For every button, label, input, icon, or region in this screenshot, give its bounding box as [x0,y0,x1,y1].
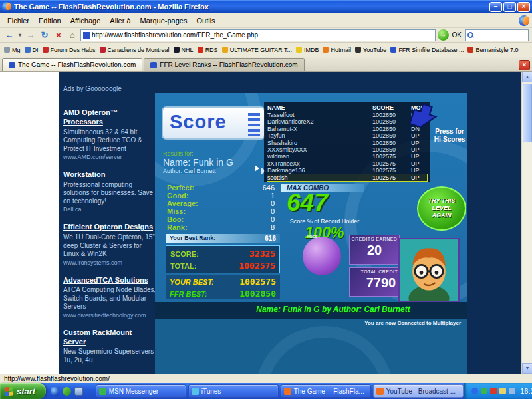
avatar-cartoon [400,239,458,301]
quick-launch [46,385,94,397]
go-button[interactable]: → [438,29,449,41]
ad-title-link[interactable]: AMD Opteron™ Processors [63,108,156,127]
menu-marque-pages[interactable]: Marque-pages [136,15,192,27]
msn-messenger-icon [99,388,106,395]
game-flash-area: Score NAME SCORE MOD Tasselfoot1002850UP… [155,93,467,374]
back-dropdown-icon[interactable]: ▾ [17,29,23,41]
maximize-button[interactable]: □ [503,2,516,12]
search-icon [467,32,473,38]
tab-the-game[interactable]: The Game -- FlashFlashRevolution.com [2,58,142,71]
ffr-best-row: FFR BEST:1002850 [170,288,276,300]
ad-item: AdvancedTCA Solutions ATCA Computing Nod… [63,276,156,319]
minimize-button[interactable]: – [489,2,502,12]
results-block: Results for: Name: Funk in G Author: Car… [163,150,233,174]
ad-title-link[interactable]: Efficient Opteron Designs [63,223,156,232]
menu-fichier[interactable]: Fichier [3,15,34,27]
tray-volume-icon[interactable] [499,388,506,394]
window-titlebar[interactable]: The Game -- FlashFlashRevolution.com - M… [0,0,532,13]
start-label: start [17,386,35,396]
start-button[interactable]: start [0,383,46,399]
bookmark-item[interactable]: Canadiens de Montreal [100,47,170,53]
bookmark-item[interactable]: FFR Simfile Database ... [390,47,464,53]
msn-quicklaunch-icon[interactable] [63,387,71,396]
bookmark-favicon [390,47,396,53]
itunes-icon [192,388,199,395]
ad-url[interactable]: Dell.ca [63,206,156,213]
total-row: TOTAL:1002575 [170,260,275,272]
bookmark-item[interactable]: Hotmail [323,47,351,53]
go-ok-label: OK [451,31,463,39]
tray-network-icon[interactable] [509,388,515,394]
hiscore-row: DarkManticoreX21002850UP [267,118,427,125]
bookmark-item[interactable]: Bemanistyle 7.0 [467,47,518,53]
tray-antivirus-icon[interactable] [490,388,497,394]
url-input[interactable] [92,31,433,39]
bookmark-favicon [323,47,329,53]
close-button[interactable]: × [517,2,530,12]
bookmark-favicon [25,47,31,53]
bookmark-item[interactable]: YouTube [355,47,386,53]
bookmark-item[interactable]: RDS [198,47,218,53]
tray-firefox-icon[interactable] [471,388,478,394]
reload-button[interactable]: ↻ [39,29,51,41]
ad-title-link[interactable]: Workstation [63,170,156,180]
menu-affichage[interactable]: Affichage [66,15,106,27]
ad-item: Efficient Opteron Designs We 1U Dual-Cor… [63,223,156,265]
stat-good: Good:1 [167,192,275,200]
tab-favicon [150,62,157,68]
hiscore-row: Darkmage1361002575UP [267,167,427,174]
bookmark-item[interactable]: Forum Des Habs [43,47,96,53]
vertical-scrollbar[interactable]: ▲ ▼ [521,72,532,374]
try-this-level-again-button[interactable]: TRY THIS LEVEL AGAIN [417,186,466,231]
firefox-task-icon [284,388,291,395]
bookmark-item[interactable]: DI [25,47,39,53]
tab-bar: The Game -- FlashFlashRevolution.com FFR… [0,57,532,72]
taskbar-button-the-game[interactable]: The Game -- FlashFla... [281,384,371,398]
ad-url[interactable]: www.AMD.com/server [63,154,156,160]
taskbar-button-msn[interactable]: MSN Messenger [96,384,186,398]
scroll-down-button[interactable]: ▼ [522,363,532,374]
firefox-task-icon [376,388,384,395]
menu-aller-a[interactable]: Aller à [105,15,135,27]
press-for-hiscores-label[interactable]: Press for Hi-Scores [433,128,466,144]
forward-button[interactable]: → [25,29,37,41]
taskbar-button-itunes[interactable]: iTunes [188,384,279,398]
bookmark-favicon [43,47,49,53]
close-tab-button[interactable]: × [519,60,530,70]
taskbar-button-youtube[interactable]: YouTube - Broadcast ... [373,384,464,398]
home-button[interactable]: ⌂ [66,29,78,41]
song-author: Author: Carl Burnett [163,168,233,174]
hiscore-row: xXTranceXx1002575UP [267,160,427,167]
ad-url[interactable]: www.ironsystems.com [63,259,156,266]
stat-rank: Rank:8 [167,223,275,231]
stop-button[interactable]: × [53,29,65,41]
tab-ffr-level-ranks[interactable]: FFR Level Ranks -- FlashFlashRevolution.… [144,58,304,71]
tab-label: FFR Level Ranks -- FlashFlashRevolution.… [160,61,297,68]
ad-title-link[interactable]: AdvancedTCA Solutions [63,276,156,285]
window-title: The Game -- FlashFlashRevolution.com - M… [14,3,487,11]
back-button[interactable]: ← [3,29,15,41]
credits-earned-box: CREDITS EARNED 20 [349,235,400,265]
ad-url[interactable]: www.diversifiedtechnology.com [63,312,156,319]
show-desktop-icon[interactable] [74,387,83,396]
bookmark-item[interactable]: Mg [4,47,21,53]
tray-msn-icon[interactable] [481,388,487,394]
search-input[interactable] [475,31,521,39]
taskbar-clock[interactable]: 16:35 [520,387,532,395]
ad-title-link[interactable]: Custom RackMount Server [63,329,156,347]
firefox-quicklaunch-icon[interactable] [51,387,59,396]
hiscores-table: NAME SCORE MOD Tasselfoot1002850UP DarkM… [264,102,430,182]
menu-outils[interactable]: Outils [192,15,219,27]
ads-by-google-label[interactable]: Ads by Goooooogle [63,85,156,92]
menu-edition[interactable]: Edition [34,15,66,27]
hiscore-row: Tayfun1002850UP [267,132,427,139]
bookmark-item[interactable]: NHL [174,47,194,53]
hiscore-row: Tasselfoot1002850UP [267,112,427,118]
bookmark-item[interactable]: ULTIMATE GUITAR T... [222,47,292,53]
scroll-up-button[interactable]: ▲ [522,72,532,82]
bookmark-item[interactable]: IMDB [296,47,319,53]
hiscores-header: NAME SCORE MOD [267,104,427,112]
song-name: Name: Funk in G [163,157,233,168]
scrollbar-thumb[interactable] [523,84,532,142]
max-combo-value: 647 [287,189,328,217]
